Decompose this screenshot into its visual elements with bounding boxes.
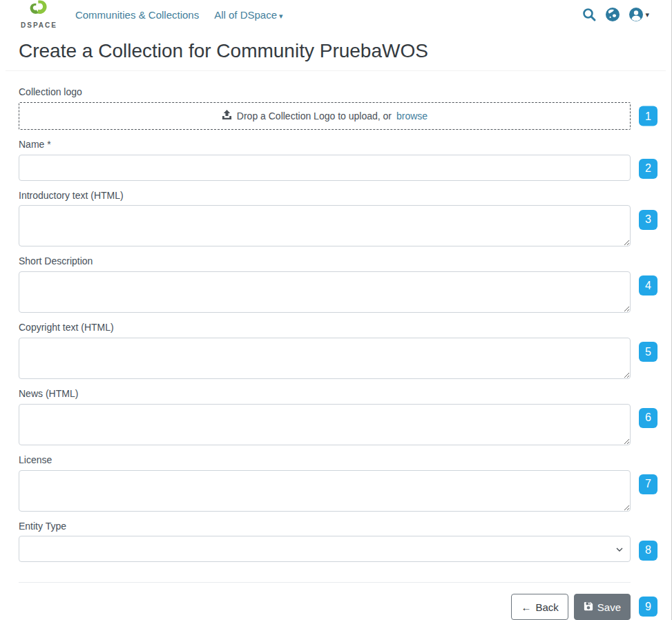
user-icon[interactable]: ▾ <box>628 7 649 22</box>
browse-link[interactable]: browse <box>396 110 428 122</box>
short-description-field-row: Short Description 4 <box>19 255 631 313</box>
dspace-logo-icon <box>29 0 48 21</box>
name-input[interactable] <box>19 155 631 181</box>
introductory-text-field-row: Introductory text (HTML) 3 <box>19 190 631 247</box>
name-field-row: Name * 2 <box>19 139 631 181</box>
entity-type-select[interactable] <box>19 536 631 562</box>
entity-type-field-row: Entity Type 8 <box>19 521 631 563</box>
dropzone-text: Drop a Collection Logo to upload, or <box>237 110 392 122</box>
create-collection-form: Collection logo Drop a Collection Logo t… <box>19 86 631 571</box>
form-actions: ← Back Save 9 <box>19 594 631 620</box>
user-menu-caret-icon: ▾ <box>645 10 649 19</box>
introductory-text-label: Introductory text (HTML) <box>19 190 631 202</box>
copyright-text-label: Copyright text (HTML) <box>19 322 631 333</box>
copyright-text-textarea[interactable] <box>19 338 631 379</box>
dspace-logo-text: DSPACE <box>21 21 57 29</box>
annotation-badge: 5 <box>639 342 657 362</box>
chevron-down-icon: ▾ <box>279 12 283 20</box>
page-title: Create a Collection for Community Prueba… <box>19 40 653 62</box>
license-label: License <box>19 454 631 466</box>
introductory-text-textarea[interactable] <box>19 205 631 246</box>
footer-divider <box>19 582 631 583</box>
save-button[interactable]: Save <box>574 594 631 620</box>
news-label: News (HTML) <box>19 388 631 400</box>
globe-icon[interactable] <box>605 7 620 22</box>
entity-type-label: Entity Type <box>19 521 631 532</box>
short-description-textarea[interactable] <box>19 271 631 313</box>
annotation-badge: 2 <box>639 159 657 179</box>
upload-icon <box>222 110 232 122</box>
annotation-badge: 6 <box>639 408 657 428</box>
annotation-badge: 1 <box>639 106 657 126</box>
news-field-row: News (HTML) 6 <box>19 388 631 445</box>
save-icon <box>584 601 593 613</box>
collection-logo-field-row: Collection logo Drop a Collection Logo t… <box>19 86 631 130</box>
copyright-text-field-row: Copyright text (HTML) 5 <box>19 322 631 379</box>
collection-logo-label: Collection logo <box>19 86 631 98</box>
annotation-badge: 7 <box>639 474 657 494</box>
back-arrow-icon: ← <box>521 601 531 613</box>
nav-all-of-dspace-label: All of DSpace <box>214 9 277 21</box>
top-navbar: DSPACE Communities & Collections All of … <box>0 0 671 29</box>
nav-communities-collections[interactable]: Communities & Collections <box>75 9 199 21</box>
license-textarea[interactable] <box>19 470 631 512</box>
annotation-badge: 4 <box>639 275 657 296</box>
license-field-row: License 7 <box>19 454 631 512</box>
news-textarea[interactable] <box>19 404 631 445</box>
dspace-logo[interactable]: DSPACE <box>21 0 57 29</box>
name-label: Name * <box>19 139 631 151</box>
annotation-badge: 8 <box>639 541 657 561</box>
back-button-label: Back <box>535 601 558 613</box>
collection-logo-dropzone[interactable]: Drop a Collection Logo to upload, or bro… <box>19 102 631 130</box>
search-icon[interactable] <box>582 7 597 22</box>
short-description-label: Short Description <box>19 255 631 267</box>
title-divider <box>6 70 666 71</box>
annotation-badge: 3 <box>639 210 657 230</box>
annotation-badge: 9 <box>639 597 657 617</box>
save-button-label: Save <box>597 601 621 613</box>
back-button[interactable]: ← Back <box>511 594 568 620</box>
nav-all-of-dspace[interactable]: All of DSpace▾ <box>214 9 282 21</box>
